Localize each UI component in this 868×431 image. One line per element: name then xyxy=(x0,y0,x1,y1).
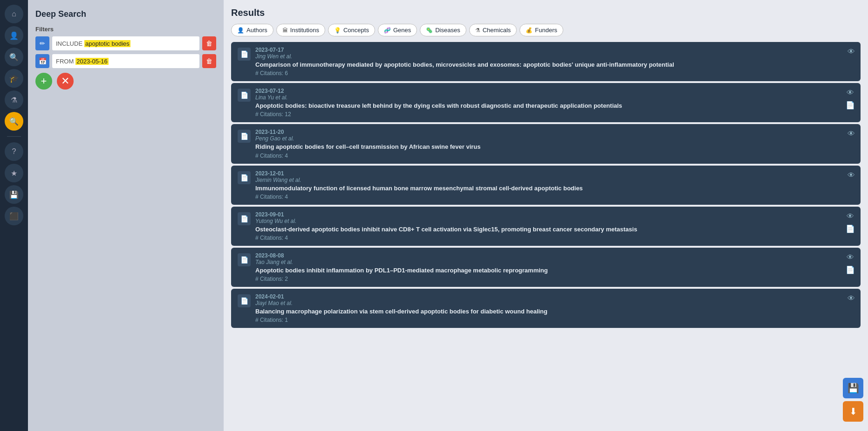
tab-institutions[interactable]: 🏛 Institutions xyxy=(276,24,325,36)
sidebar-btn-save[interactable]: 💾 xyxy=(5,185,23,204)
tab-authors[interactable]: 👤 Authors xyxy=(231,24,273,36)
card-actions: 👁 📄 xyxy=(845,252,856,275)
sidebar-btn-help[interactable]: ? xyxy=(5,142,23,161)
card-view-btn[interactable]: 👁 xyxy=(847,47,856,57)
filter-from-input[interactable]: FROM 2023-05-16 xyxy=(52,54,199,68)
sidebar: ⌂ 👤 🔍 🎓 ⚗ 🔍 ? ★ 💾 ⬛ xyxy=(0,0,28,431)
card-header: 📄 2023-09-01 Yutong Wu et al. Osteoclast… xyxy=(238,211,854,241)
genes-icon: 🧬 xyxy=(384,27,391,34)
card-title: Osteoclast-derived apoptotic bodies inhi… xyxy=(255,225,854,234)
tab-diseases[interactable]: 🦠 Diseases xyxy=(420,24,466,36)
card-title: Riding apoptotic bodies for cell–cell tr… xyxy=(255,143,854,151)
card-meta: 2023-11-20 Peng Gao et al. Riding apopto… xyxy=(255,129,854,159)
card-citations: # Citations: 6 xyxy=(255,70,854,76)
sidebar-btn-exit[interactable]: ⬛ xyxy=(5,207,23,225)
card-view-btn[interactable]: 👁 xyxy=(847,293,856,304)
result-card: 📄 2023-07-17 Jing Wen et al. Comparison … xyxy=(231,42,861,81)
card-date: 2023-07-12 xyxy=(255,88,854,94)
filter-from-value: 2023-05-16 xyxy=(75,58,109,65)
sidebar-btn-search-main[interactable]: 🔍 xyxy=(5,112,23,131)
result-card: 📄 2023-09-01 Yutong Wu et al. Osteoclast… xyxy=(231,207,861,246)
card-pdf-btn[interactable]: 📄 xyxy=(845,223,856,234)
filter-calendar-btn[interactable]: 📅 xyxy=(35,54,49,68)
sidebar-btn-learn[interactable]: 🎓 xyxy=(5,69,23,88)
card-date: 2023-12-01 xyxy=(255,170,854,177)
tab-genes-label: Genes xyxy=(393,27,411,34)
sidebar-btn-flask[interactable]: ⚗ xyxy=(5,90,23,109)
card-citations: # Citations: 4 xyxy=(255,153,854,159)
panel-title: Deep Search xyxy=(35,9,216,19)
tab-concepts[interactable]: 💡 Concepts xyxy=(328,24,375,36)
card-title: Immunomodulatory function of licensed hu… xyxy=(255,184,854,193)
card-view-btn[interactable]: 👁 xyxy=(846,252,855,263)
authors-icon: 👤 xyxy=(237,27,244,34)
float-save-button[interactable]: 💾 xyxy=(843,378,863,398)
card-authors: Tao Jiang et al. xyxy=(255,259,854,265)
float-download-button[interactable]: ⬇ xyxy=(843,401,863,422)
sidebar-btn-star[interactable]: ★ xyxy=(5,164,23,182)
filter-include-delete-btn[interactable]: 🗑 xyxy=(202,36,216,50)
card-view-btn[interactable]: 👁 xyxy=(847,129,856,139)
float-buttons: 💾 ⬇ xyxy=(843,378,863,422)
card-header: 📄 2023-08-08 Tao Jiang et al. Apoptotic … xyxy=(238,252,854,282)
tab-funders[interactable]: 💰 Funders xyxy=(519,24,563,36)
card-header: 📄 2023-07-12 Lina Yu et al. Apoptotic bo… xyxy=(238,88,854,118)
sidebar-btn-profile[interactable]: 👤 xyxy=(5,26,23,45)
filter-row-from: 📅 FROM 2023-05-16 🗑 xyxy=(35,54,216,68)
tab-institutions-label: Institutions xyxy=(290,27,319,34)
filter-edit-btn[interactable]: ✏ xyxy=(35,36,49,50)
card-authors: Peng Gao et al. xyxy=(255,135,854,142)
chemicals-icon: ⚗ xyxy=(475,27,480,34)
filter-row-include: ✏ INCLUDE apoptotic bodies 🗑 xyxy=(35,36,216,50)
filters-label: Filters xyxy=(35,26,216,33)
doc-icon: 📄 xyxy=(238,294,251,307)
card-title: Balancing macrophage polarization via st… xyxy=(255,307,854,316)
card-pdf-btn[interactable]: 📄 xyxy=(845,264,856,275)
tab-chemicals-label: Chemicals xyxy=(483,27,511,34)
tab-concepts-label: Concepts xyxy=(343,27,369,34)
card-citations: # Citations: 4 xyxy=(255,235,854,241)
tab-chemicals[interactable]: ⚗ Chemicals xyxy=(469,24,517,36)
doc-icon: 📄 xyxy=(238,171,251,184)
filter-from-prefix: FROM xyxy=(56,58,74,65)
card-date: 2024-02-01 xyxy=(255,293,854,300)
funders-icon: 💰 xyxy=(526,27,533,34)
sidebar-btn-home[interactable]: ⌂ xyxy=(5,5,23,23)
card-actions: 👁 xyxy=(847,47,856,57)
filter-from-delete-btn[interactable]: 🗑 xyxy=(202,54,216,68)
filter-tabs: 👤 Authors 🏛 Institutions 💡 Concepts 🧬 Ge… xyxy=(231,24,861,36)
card-citations: # Citations: 2 xyxy=(255,276,854,282)
tab-diseases-label: Diseases xyxy=(435,27,460,34)
institutions-icon: 🏛 xyxy=(282,27,288,34)
card-actions: 👁 xyxy=(847,170,856,181)
clear-filters-button[interactable]: ✕ xyxy=(57,73,74,90)
card-header: 📄 2024-02-01 Jiayi Mao et al. Balancing … xyxy=(238,293,854,323)
card-pdf-btn[interactable]: 📄 xyxy=(845,100,856,111)
add-clear-row: + ✕ xyxy=(35,73,216,90)
card-meta: 2023-07-17 Jing Wen et al. Comparison of… xyxy=(255,47,854,76)
doc-icon: 📄 xyxy=(238,130,251,143)
doc-icon: 📄 xyxy=(238,253,251,266)
card-meta: 2023-07-12 Lina Yu et al. Apoptotic bodi… xyxy=(255,88,854,118)
sidebar-divider xyxy=(7,136,21,137)
filter-include-input[interactable]: INCLUDE apoptotic bodies xyxy=(52,36,199,50)
sidebar-btn-search-alt[interactable]: 🔍 xyxy=(5,48,23,66)
card-header: 📄 2023-11-20 Peng Gao et al. Riding apop… xyxy=(238,129,854,159)
card-date: 2023-09-01 xyxy=(255,211,854,218)
left-panel: Deep Search Filters ✏ INCLUDE apoptotic … xyxy=(28,0,224,431)
card-header: 📄 2023-07-17 Jing Wen et al. Comparison … xyxy=(238,47,854,76)
card-view-btn[interactable]: 👁 xyxy=(847,170,856,181)
card-view-btn[interactable]: 👁 xyxy=(846,211,855,222)
add-filter-button[interactable]: + xyxy=(35,73,52,90)
card-meta: 2023-12-01 Jiemin Wang et al. Immunomodu… xyxy=(255,170,854,200)
card-actions: 👁 📄 xyxy=(845,88,856,111)
card-meta: 2023-09-01 Yutong Wu et al. Osteoclast-d… xyxy=(255,211,854,241)
tab-genes[interactable]: 🧬 Genes xyxy=(378,24,417,36)
card-citations: # Citations: 4 xyxy=(255,194,854,200)
filter-include-value: apoptotic bodies xyxy=(84,40,130,47)
card-actions: 👁 📄 xyxy=(845,211,856,234)
card-view-btn[interactable]: 👁 xyxy=(846,88,855,98)
card-actions: 👁 xyxy=(847,129,856,139)
result-card: 📄 2023-07-12 Lina Yu et al. Apoptotic bo… xyxy=(231,83,861,122)
card-header: 📄 2023-12-01 Jiemin Wang et al. Immunomo… xyxy=(238,170,854,200)
